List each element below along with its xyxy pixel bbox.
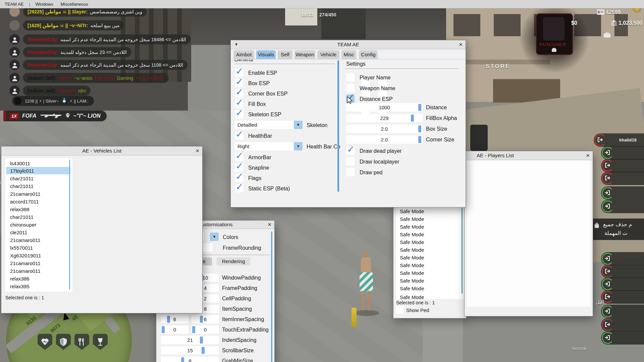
- fill-box-checkbox[interactable]: ✓: [235, 100, 243, 108]
- vehicle-item[interactable]: accord17011: [10, 199, 39, 204]
- safe-mode-cell[interactable]: Safe Mode: [400, 224, 424, 230]
- vehicle-item[interactable]: 21camaro011: [10, 268, 41, 274]
- skeleton-combo-value[interactable]: Detailled: [235, 121, 294, 129]
- slider-grab[interactable]: [418, 104, 421, 111]
- close-icon[interactable]: ×: [586, 152, 590, 159]
- safe-mode-cell[interactable]: Safe Mode: [400, 286, 424, 291]
- draw-ped-label: Draw ped: [360, 170, 382, 176]
- safe-mode-cell[interactable]: Safe Mode: [400, 239, 424, 245]
- snapline-checkbox[interactable]: ✓: [235, 163, 243, 172]
- safe-mode-cell[interactable]: Safe Mode: [400, 232, 424, 237]
- grabminsize-slider[interactable]: 8: [161, 357, 219, 362]
- indentspacing-slider[interactable]: 21: [161, 336, 219, 344]
- vehicle-item-selected[interactable]: 17toylc011: [10, 168, 34, 174]
- scrollbar[interactable]: [337, 60, 339, 192]
- safe-mode-cell[interactable]: Safe Mode: [400, 247, 424, 253]
- vehicle-item[interactable]: chironsuper: [10, 222, 36, 228]
- healthbar-combo-value[interactable]: Right: [235, 142, 294, 150]
- corner-size-slider[interactable]: 2.0: [346, 135, 423, 144]
- slider-grab[interactable]: [167, 316, 170, 323]
- show-ped-checkbox[interactable]: [396, 306, 404, 314]
- draw-localplayer-checkbox[interactable]: [346, 157, 355, 166]
- close-icon[interactable]: ×: [196, 147, 199, 155]
- tab-misc[interactable]: Misc: [341, 50, 356, 59]
- box-esp-checkbox[interactable]: ✓: [235, 79, 243, 87]
- corner-box-esp-checkbox[interactable]: ✓: [235, 89, 243, 98]
- vehicle-item[interactable]: 21camaro011: [10, 237, 41, 243]
- vehicle-item[interactable]: char21011: [10, 214, 34, 220]
- vehicle-item[interactable]: relax386: [10, 276, 30, 282]
- vehicle-item[interactable]: 21camaro011: [10, 260, 41, 266]
- scrollbar[interactable]: [69, 160, 70, 290]
- distance-slider[interactable]: 1000: [346, 103, 423, 112]
- menu-brand[interactable]: TEAM AE: [5, 2, 23, 7]
- main-titlebar[interactable]: ▼ TEAM AE ×: [231, 40, 466, 49]
- vehicle-item[interactable]: char21011: [10, 176, 34, 181]
- slider-grab[interactable]: [200, 337, 203, 344]
- chevron-down-icon[interactable]: ▼: [210, 233, 219, 241]
- chevron-down-icon[interactable]: ▼: [294, 121, 303, 129]
- draw-dead-player-checkbox[interactable]: ✓: [346, 146, 355, 155]
- slider-grab[interactable]: [192, 326, 195, 333]
- draw-ped-checkbox[interactable]: [346, 168, 355, 176]
- weapon-name-checkbox[interactable]: [346, 84, 355, 92]
- slider-label: CellPadding: [222, 296, 251, 302]
- touchextrapadding-slider-x[interactable]: 0: [161, 325, 189, 334]
- touchextrapadding-slider-y[interactable]: 0: [192, 325, 219, 334]
- vehicle-item[interactable]: cle2011: [10, 230, 27, 235]
- vehicle-item[interactable]: 21camaro011: [10, 191, 41, 197]
- slider-grab[interactable]: [162, 326, 165, 333]
- scrollbar[interactable]: [271, 231, 272, 362]
- safe-mode-cell[interactable]: Safe Mode: [400, 208, 424, 214]
- static-esp-checkbox[interactable]: ✓: [235, 184, 243, 192]
- player-name-checkbox[interactable]: [346, 73, 355, 81]
- chevron-down-icon[interactable]: ▼: [294, 142, 303, 150]
- close-icon[interactable]: ×: [459, 41, 463, 48]
- ped-shadow: [354, 310, 379, 316]
- vehicle-item[interactable]: ls430011: [10, 161, 30, 166]
- safe-mode-cell[interactable]: Safe Mode: [400, 270, 424, 276]
- armorbar-checkbox[interactable]: ✓: [235, 153, 243, 161]
- tab-rendering[interactable]: Rendering: [217, 257, 250, 265]
- slider-grab[interactable]: [200, 316, 203, 323]
- enable-esp-checkbox[interactable]: ✓: [235, 68, 243, 77]
- menu-item-windows[interactable]: Windows: [36, 2, 53, 7]
- vehicle-item[interactable]: relax395: [10, 284, 30, 289]
- slider-grab[interactable]: [418, 136, 421, 143]
- vehicle-item[interactable]: lx5570011: [10, 245, 33, 251]
- login-icon: [604, 281, 610, 288]
- players-list-area[interactable]: [467, 160, 590, 307]
- tab-weapon[interactable]: Weapon: [294, 50, 315, 59]
- tab-self[interactable]: Self: [278, 50, 292, 59]
- slider-grab[interactable]: [411, 115, 414, 122]
- vehicle-item[interactable]: relax388: [10, 206, 30, 212]
- vehicle-item[interactable]: Xg632019011: [10, 253, 41, 258]
- tab-vehicle[interactable]: Vehicle: [317, 50, 339, 59]
- tab-visuals[interactable]: Visuals: [256, 50, 276, 59]
- vehicle-item[interactable]: char21011: [10, 183, 34, 189]
- iteminnerspacing-slider-y[interactable]: 6: [192, 315, 219, 323]
- tab-config[interactable]: Config: [359, 50, 378, 59]
- skeleton-esp-checkbox[interactable]: ✓: [235, 110, 243, 118]
- scrollbarsize-slider[interactable]: 15: [161, 346, 219, 355]
- safe-mode-cell[interactable]: Safe Mode: [400, 216, 424, 222]
- fillbox-alpha-slider[interactable]: 229: [346, 114, 423, 122]
- iteminnerspacing-slider-x[interactable]: 6: [161, 315, 189, 323]
- flags-checkbox[interactable]: ✓: [235, 174, 243, 182]
- slider-grab[interactable]: [418, 125, 421, 132]
- vehicles-titlebar[interactable]: AE - Vehicles List ×: [1, 146, 202, 156]
- safe-mode-cell[interactable]: Safe Mode: [400, 262, 424, 268]
- menu-item-miscellaneous[interactable]: Miscellaneous: [61, 2, 88, 7]
- close-icon[interactable]: ×: [268, 221, 271, 228]
- safe-mode-cell[interactable]: Safe Mode: [400, 255, 424, 260]
- slider-grab[interactable]: [202, 347, 205, 354]
- players-titlebar[interactable]: AE - Players List ×: [465, 151, 593, 160]
- tab-aimbot[interactable]: Aimbot: [233, 50, 254, 59]
- box-size-slider[interactable]: 2.0: [346, 125, 423, 133]
- session-entry: khalid16: [594, 133, 644, 147]
- safe-mode-cell[interactable]: Safe Mode: [400, 294, 424, 299]
- safe-mode-cell[interactable]: Safe Mode: [400, 278, 424, 284]
- slider-grab[interactable]: [181, 357, 184, 362]
- scrollbar[interactable]: [462, 208, 463, 294]
- healthbar-checkbox[interactable]: ✓: [235, 131, 243, 140]
